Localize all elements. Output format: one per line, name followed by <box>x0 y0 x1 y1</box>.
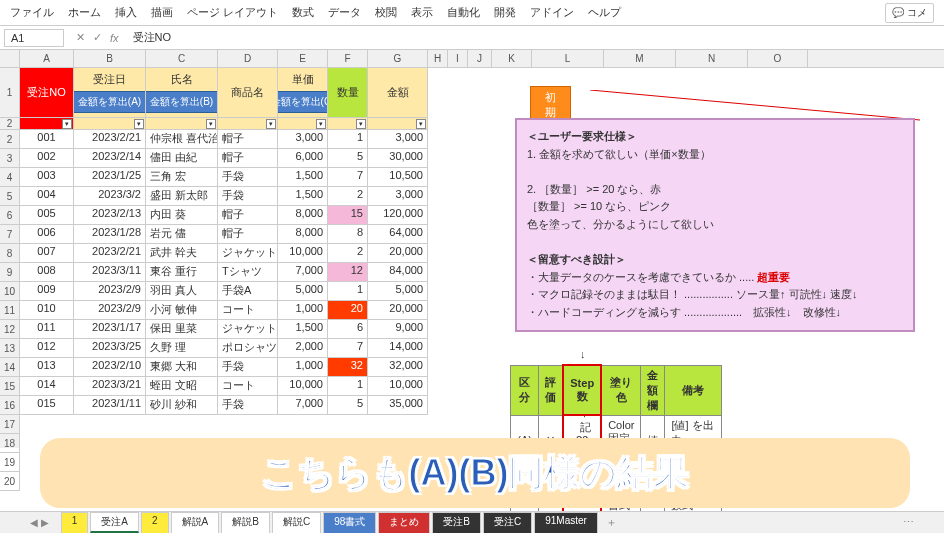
col-header[interactable]: A <box>20 50 74 67</box>
data-cell[interactable]: 手袋 <box>218 396 278 415</box>
data-cell[interactable]: 1,500 <box>278 187 328 206</box>
data-cell[interactable]: 2 <box>328 244 368 263</box>
row-header[interactable]: 3 <box>0 149 20 168</box>
data-cell[interactable]: 2 <box>328 187 368 206</box>
data-cell[interactable]: 6 <box>328 320 368 339</box>
filter-icon[interactable]: ▾ <box>62 119 72 129</box>
sheet-tab[interactable]: 解説B <box>221 512 270 533</box>
data-cell[interactable]: 002 <box>20 149 74 168</box>
data-cell[interactable]: 010 <box>20 301 74 320</box>
data-cell[interactable]: 東郷 大和 <box>146 358 218 377</box>
data-cell[interactable]: 5 <box>328 149 368 168</box>
select-all-corner[interactable] <box>0 50 20 67</box>
col-header[interactable]: H <box>428 50 448 67</box>
fx-label[interactable]: fx <box>110 32 119 44</box>
data-cell[interactable]: 仲宗根 喜代治 <box>146 130 218 149</box>
data-cell[interactable]: 蛭田 文昭 <box>146 377 218 396</box>
data-cell[interactable]: 012 <box>20 339 74 358</box>
data-cell[interactable]: 007 <box>20 244 74 263</box>
sheet-tab[interactable]: 解説A <box>171 512 220 533</box>
filter-cell[interactable]: ▾ <box>74 118 146 130</box>
data-cell[interactable]: 2023/2/10 <box>74 358 146 377</box>
data-cell[interactable]: 3,000 <box>368 187 428 206</box>
data-cell[interactable]: 013 <box>20 358 74 377</box>
data-cell[interactable]: 3,000 <box>278 130 328 149</box>
data-cell[interactable]: コート <box>218 301 278 320</box>
data-cell[interactable]: 武井 幹夫 <box>146 244 218 263</box>
ribbon-tab[interactable]: データ <box>328 5 361 20</box>
data-cell[interactable]: 14,000 <box>368 339 428 358</box>
filter-cell[interactable]: ▾ <box>278 118 328 130</box>
ribbon-tab[interactable]: ホーム <box>68 5 101 20</box>
row-header[interactable]: 8 <box>0 244 20 263</box>
sheet-tab[interactable]: 受注A <box>90 512 139 533</box>
data-cell[interactable]: 手袋A <box>218 282 278 301</box>
data-cell[interactable]: 003 <box>20 168 74 187</box>
sheet-tab[interactable]: 91Master <box>534 512 598 533</box>
data-cell[interactable]: 2023/3/2 <box>74 187 146 206</box>
row-header[interactable]: 5 <box>0 187 20 206</box>
data-cell[interactable]: 35,000 <box>368 396 428 415</box>
data-cell[interactable]: 006 <box>20 225 74 244</box>
data-cell[interactable]: 5,000 <box>368 282 428 301</box>
row-header[interactable]: 16 <box>0 396 20 415</box>
ribbon-tab[interactable]: 校閲 <box>375 5 397 20</box>
data-cell[interactable]: 1,000 <box>278 301 328 320</box>
col-header[interactable]: C <box>146 50 218 67</box>
data-cell[interactable]: 10,000 <box>278 244 328 263</box>
row-header[interactable]: 15 <box>0 377 20 396</box>
data-cell[interactable]: 7 <box>328 339 368 358</box>
sheet-tab[interactable]: まとめ <box>378 512 430 533</box>
data-cell[interactable]: 2023/3/21 <box>74 377 146 396</box>
data-cell[interactable]: 儘田 由紀 <box>146 149 218 168</box>
ribbon-tab[interactable]: ヘルプ <box>588 5 621 20</box>
data-cell[interactable]: 2023/3/11 <box>74 263 146 282</box>
row-header[interactable]: 4 <box>0 168 20 187</box>
sheet-tab[interactable]: 受注C <box>483 512 532 533</box>
filter-cell[interactable]: ▾ <box>20 118 74 130</box>
data-cell[interactable]: 10,000 <box>278 377 328 396</box>
filter-icon[interactable]: ▾ <box>206 119 216 129</box>
data-cell[interactable]: 2023/1/17 <box>74 320 146 339</box>
data-cell[interactable]: 2023/2/14 <box>74 149 146 168</box>
data-cell[interactable]: 2023/2/9 <box>74 301 146 320</box>
calc-button[interactable]: 金額を算出(C) <box>278 91 328 113</box>
data-cell[interactable]: 久野 理 <box>146 339 218 358</box>
data-cell[interactable]: 1,500 <box>278 320 328 339</box>
data-cell[interactable]: 2023/1/28 <box>74 225 146 244</box>
data-cell[interactable]: Tシャツ <box>218 263 278 282</box>
data-cell[interactable]: 帽子 <box>218 149 278 168</box>
data-cell[interactable]: 005 <box>20 206 74 225</box>
sheet-tab[interactable]: 98書式 <box>323 512 376 533</box>
data-cell[interactable]: 1 <box>328 282 368 301</box>
data-cell[interactable]: 20 <box>328 301 368 320</box>
data-cell[interactable]: 2023/2/21 <box>74 130 146 149</box>
col-header[interactable]: N <box>676 50 748 67</box>
name-box[interactable]: A1 <box>4 29 64 47</box>
sheet-tab[interactable]: 1 <box>61 512 89 533</box>
ribbon-tab[interactable]: 挿入 <box>115 5 137 20</box>
data-cell[interactable]: 12 <box>328 263 368 282</box>
data-cell[interactable]: 手袋 <box>218 358 278 377</box>
calc-button[interactable]: 金額を算出(B) <box>146 91 218 113</box>
data-cell[interactable]: 内田 葵 <box>146 206 218 225</box>
row-header[interactable]: 2 <box>0 130 20 149</box>
data-cell[interactable]: 帽子 <box>218 206 278 225</box>
data-cell[interactable]: 120,000 <box>368 206 428 225</box>
data-cell[interactable]: 10,000 <box>368 377 428 396</box>
data-cell[interactable]: 10,500 <box>368 168 428 187</box>
comment-button[interactable]: 💬コメ <box>885 3 934 23</box>
data-cell[interactable]: 2023/2/13 <box>74 206 146 225</box>
data-cell[interactable]: 2023/2/21 <box>74 244 146 263</box>
ribbon-tab[interactable]: ファイル <box>10 5 54 20</box>
data-cell[interactable]: 014 <box>20 377 74 396</box>
row-header[interactable]: 1 <box>0 68 20 118</box>
data-cell[interactable]: 32 <box>328 358 368 377</box>
data-cell[interactable]: 011 <box>20 320 74 339</box>
row-header[interactable]: 14 <box>0 358 20 377</box>
filter-cell[interactable]: ▾ <box>368 118 428 130</box>
data-cell[interactable]: 001 <box>20 130 74 149</box>
data-cell[interactable]: 2023/1/25 <box>74 168 146 187</box>
data-cell[interactable]: 9,000 <box>368 320 428 339</box>
col-header[interactable]: K <box>492 50 532 67</box>
